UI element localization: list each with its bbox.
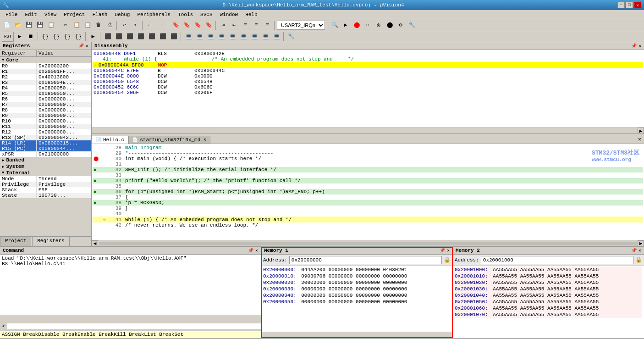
disasm-scrollbar[interactable]: ▶ bbox=[92, 127, 644, 133]
memory2-address-input[interactable] bbox=[481, 256, 633, 264]
maximize-button[interactable]: □ bbox=[626, 2, 633, 8]
internal-register-row[interactable]: State100730... bbox=[0, 193, 91, 198]
rst-button[interactable]: RST bbox=[2, 32, 14, 42]
close-mem2-icon[interactable]: ✕ bbox=[638, 248, 641, 253]
close-button[interactable]: 📋 bbox=[46, 20, 56, 30]
close-cmd-icon[interactable]: ✕ bbox=[255, 248, 258, 253]
register-row[interactable]: R50x0800050... bbox=[0, 91, 91, 96]
tab-hello-c[interactable]: 📄 Hello.c bbox=[92, 136, 128, 144]
close-mem1-icon[interactable]: ✕ bbox=[447, 248, 450, 253]
minimize-button[interactable]: ─ bbox=[617, 2, 625, 8]
menu-item-project[interactable]: Project bbox=[60, 11, 88, 18]
close-registers-icon[interactable]: ✕ bbox=[86, 43, 88, 49]
register-row[interactable]: R120x0000000... bbox=[0, 129, 91, 135]
pin-disasm-icon[interactable]: 📌 bbox=[631, 43, 637, 49]
mem5-button[interactable]: 💻 bbox=[227, 32, 237, 42]
bp-button[interactable]: 🔖 bbox=[171, 20, 181, 30]
scroll-left-code[interactable]: ◀ bbox=[92, 240, 98, 247]
internal-expand-icon[interactable]: ▼ bbox=[2, 171, 4, 175]
menu-item-file[interactable]: File bbox=[2, 11, 21, 18]
redo-button[interactable]: ↷ bbox=[130, 20, 140, 30]
pin-mem1-icon[interactable]: 📌 bbox=[440, 248, 445, 253]
register-row[interactable]: R14 (LR)0x08000315... bbox=[0, 140, 91, 146]
print-button[interactable]: 🖨 bbox=[105, 20, 115, 30]
menu-item-view[interactable]: View bbox=[41, 11, 60, 18]
step6-button[interactable]: {} bbox=[62, 32, 72, 42]
outdent-button[interactable]: ⇤ bbox=[229, 20, 239, 30]
register-row[interactable]: R90x0000000... bbox=[0, 113, 91, 118]
copy-button[interactable]: 📋 bbox=[72, 20, 82, 30]
close-button[interactable]: ✕ bbox=[634, 2, 641, 8]
back-button[interactable]: ← bbox=[145, 20, 155, 30]
lock-icon[interactable]: 🔒 bbox=[444, 256, 451, 263]
register-row[interactable]: R40x0800050... bbox=[0, 85, 91, 91]
bp4-button[interactable]: 🔖 bbox=[204, 20, 214, 30]
internal-register-row[interactable]: PrivilegePrivilege bbox=[0, 182, 91, 187]
step2-button[interactable]: ◎ bbox=[374, 20, 384, 30]
registers-tab[interactable]: Registers bbox=[32, 237, 69, 246]
internal-register-row[interactable]: StackMSP bbox=[0, 187, 91, 193]
menu-item-help[interactable]: Help bbox=[242, 11, 261, 18]
close-code-icon[interactable]: ✕ bbox=[635, 135, 644, 144]
close-disasm-icon[interactable]: ✕ bbox=[638, 43, 641, 49]
mem-button[interactable]: 💻 bbox=[183, 32, 193, 42]
cmd-scrollbar[interactable] bbox=[0, 315, 261, 321]
menu-item-edit[interactable]: Edit bbox=[21, 11, 40, 18]
delete-button[interactable]: 🗑 bbox=[94, 20, 104, 30]
bp8-button[interactable]: ⬛ bbox=[136, 32, 146, 42]
scroll-right-code[interactable]: ▶ bbox=[638, 240, 644, 247]
run-button[interactable]: ▶ bbox=[15, 32, 25, 42]
menu-item-debug[interactable]: Debug bbox=[111, 11, 133, 18]
paste-button[interactable]: 📋 bbox=[83, 20, 93, 30]
pin-cmd-icon[interactable]: 📌 bbox=[248, 248, 253, 253]
prop-button[interactable]: 🔧 bbox=[407, 20, 417, 30]
open-button[interactable]: 📂 bbox=[13, 20, 23, 30]
align2-button[interactable]: ≡ bbox=[251, 20, 261, 30]
command-input[interactable] bbox=[7, 323, 261, 329]
tab-startup-s[interactable]: 📄 startup_stm32f10x_md.s bbox=[128, 136, 210, 144]
menu-item-tools[interactable]: Tools bbox=[174, 11, 197, 18]
step7-button[interactable]: {} bbox=[73, 32, 83, 42]
step4-button[interactable]: {} bbox=[40, 32, 50, 42]
core-expand-icon[interactable]: ▼ bbox=[2, 58, 4, 62]
mem7-button[interactable]: 💻 bbox=[249, 32, 259, 42]
step5-button[interactable]: {} bbox=[51, 32, 61, 42]
mem8-button[interactable]: 💻 bbox=[260, 32, 270, 42]
bp11-button[interactable]: ⬛ bbox=[169, 32, 179, 42]
debug-button[interactable]: ▶ bbox=[341, 20, 351, 30]
menu-item-window[interactable]: Window bbox=[216, 11, 242, 18]
step-button[interactable]: ○ bbox=[363, 20, 373, 30]
exec-button[interactable]: ▶ bbox=[88, 32, 98, 42]
system-expand-icon[interactable]: ▶ bbox=[2, 164, 4, 169]
align3-button[interactable]: ≡ bbox=[262, 20, 272, 30]
register-row[interactable]: R70x0000000... bbox=[0, 102, 91, 107]
indent-button[interactable]: ⇥ bbox=[218, 20, 228, 30]
project-tab[interactable]: Project bbox=[0, 237, 31, 246]
register-row[interactable]: R10x20001FF... bbox=[0, 69, 91, 74]
register-row[interactable]: xPSR0x21000000 bbox=[0, 151, 91, 157]
bp5-button[interactable]: ⬛ bbox=[103, 32, 113, 42]
register-row[interactable]: R15 (PC)0x0800044... bbox=[0, 146, 91, 151]
bp6-button[interactable]: ⬛ bbox=[114, 32, 124, 42]
bp3-button[interactable]: 🔖 bbox=[193, 20, 203, 30]
align-button[interactable]: ≡ bbox=[240, 20, 250, 30]
mem9-button[interactable]: 💻 bbox=[271, 32, 281, 42]
mem1-scrollbar[interactable] bbox=[261, 332, 452, 338]
step3-button[interactable]: ⬤ bbox=[385, 20, 395, 30]
config-button[interactable]: ⚙ bbox=[396, 20, 406, 30]
bp10-button[interactable]: ⬛ bbox=[158, 32, 168, 42]
menu-item-svcs[interactable]: SVCS bbox=[197, 11, 216, 18]
fwd-button[interactable]: → bbox=[156, 20, 166, 30]
banked-expand-icon[interactable]: ▶ bbox=[2, 158, 4, 163]
pin-mem2-icon[interactable]: 📌 bbox=[631, 248, 637, 253]
mem2-button[interactable]: 💻 bbox=[194, 32, 204, 42]
undo-button[interactable]: ↶ bbox=[119, 20, 129, 30]
mem3-button[interactable]: 💻 bbox=[205, 32, 215, 42]
mem4-button[interactable]: 💻 bbox=[216, 32, 226, 42]
lock-icon[interactable]: 🔒 bbox=[635, 256, 642, 263]
memory1-address-input[interactable] bbox=[289, 256, 442, 264]
pin-icon[interactable]: 📌 bbox=[78, 43, 84, 49]
register-row[interactable]: R00x20000200 bbox=[0, 63, 91, 69]
save-all-button[interactable]: 💾 bbox=[35, 20, 45, 30]
new-button[interactable]: 📄 bbox=[2, 20, 12, 30]
